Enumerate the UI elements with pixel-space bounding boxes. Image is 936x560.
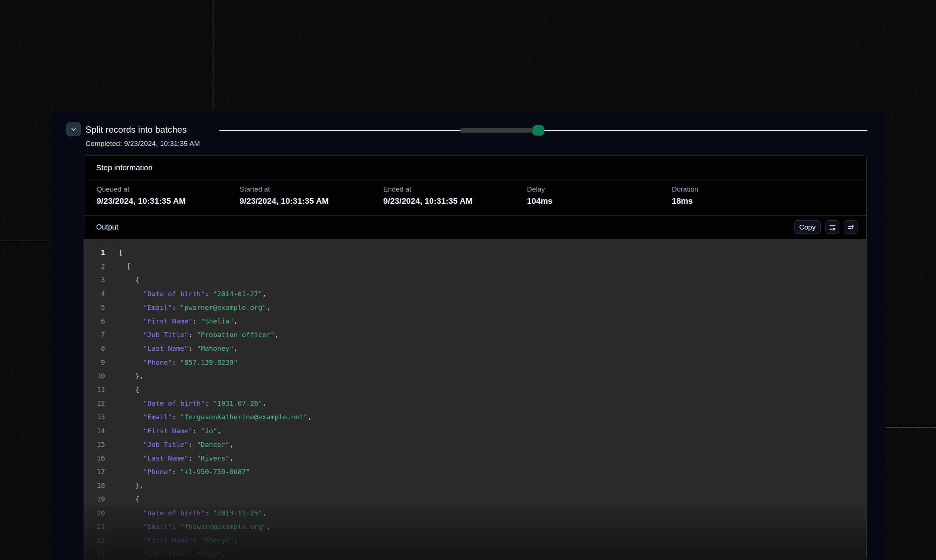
line-number: 23	[84, 550, 105, 558]
meta-field-label: Delay	[527, 185, 672, 194]
step-information-title: Step information	[96, 163, 152, 172]
line-number: 17	[84, 468, 105, 475]
code-text: {	[119, 495, 139, 503]
code-text: [	[119, 249, 123, 257]
line-number: 9	[84, 358, 105, 366]
wrap-text-button[interactable]	[825, 220, 839, 234]
code-rows: 1[2 [3 {4 "Date of birth": "2014-01-27",…	[84, 246, 866, 560]
code-line: 18 },	[84, 478, 866, 492]
meta-field-label: Queued at	[97, 185, 240, 194]
code-line: 14 "First Name": "Jo",	[84, 424, 866, 437]
code-text: "Email": "fergusonkatherine@example.net"…	[119, 413, 312, 421]
step-title: Split records into batches	[86, 125, 187, 135]
slider-handle[interactable]	[533, 125, 544, 135]
code-text: "Phone": "+1-950-759-8687"	[119, 468, 250, 475]
line-number: 20	[84, 509, 105, 517]
code-text: "First Name": "Jo",	[119, 427, 221, 435]
code-line: 11 {	[84, 383, 866, 397]
step-status-line: Completed: 9/23/2024, 10:31:35 AM	[86, 140, 200, 148]
code-line: 20 "Date of birth": "2013-11-25",	[84, 506, 866, 520]
code-line: 3 {	[84, 273, 866, 287]
line-number: 8	[84, 345, 105, 352]
code-text: [	[119, 262, 131, 270]
line-number: 3	[84, 276, 105, 284]
code-line: 5 "Email": "pwarner@example.org",	[84, 301, 866, 314]
line-number: 6	[84, 317, 105, 325]
code-line: 22 "First Name": "Sheryl",	[84, 534, 866, 547]
line-number: 5	[84, 303, 105, 311]
output-actions: Copy	[794, 220, 857, 234]
step-meta-row: Queued at9/23/2024, 10:31:35 AMStarted a…	[84, 179, 866, 215]
slider-progress-segment	[460, 128, 533, 132]
step-information-header: Step information	[84, 156, 866, 179]
code-text: "Date of birth": "2013-11-25",	[119, 509, 266, 517]
line-number: 10	[84, 372, 105, 380]
code-line: 12 "Date of birth": "1931-07-26",	[84, 397, 866, 410]
line-number: 13	[84, 413, 105, 421]
code-text: },	[119, 372, 143, 380]
code-line: 6 "First Name": "Shelia",	[84, 314, 866, 328]
code-text: "Last Name": "Rivers",	[119, 454, 234, 462]
code-text: "Job Title": "Dancer",	[119, 441, 234, 448]
code-line: 13 "Email": "fergusonkatherine@example.n…	[84, 410, 866, 424]
scroll-to-top-button[interactable]	[844, 220, 857, 234]
output-code-viewport[interactable]: 1[2 [3 {4 "Date of birth": "2014-01-27",…	[84, 239, 866, 560]
line-number: 21	[84, 523, 105, 531]
background-vertical-line	[212, 0, 213, 111]
meta-field-value: 104ms	[527, 196, 672, 206]
copy-button[interactable]: Copy	[794, 220, 821, 234]
background-horizontal-line-left	[0, 241, 52, 241]
code-text: "Date of birth": "1931-07-26",	[119, 399, 266, 407]
line-number: 18	[84, 482, 105, 489]
code-text: "Job Title": "Probation officer",	[119, 331, 279, 338]
line-number: 22	[84, 537, 105, 544]
code-text: {	[119, 276, 139, 284]
line-number: 15	[84, 441, 105, 448]
output-toolbar: Output Copy	[84, 215, 866, 239]
chevron-down-icon	[70, 126, 77, 133]
meta-field: Delay104ms	[527, 185, 672, 215]
output-title: Output	[96, 223, 118, 231]
code-line: 8 "Last Name": "Mahoney",	[84, 342, 866, 355]
code-text: },	[119, 482, 143, 489]
line-number: 11	[84, 386, 105, 394]
line-number: 2	[84, 262, 105, 270]
meta-field: Ended at9/23/2024, 10:31:35 AM	[383, 185, 527, 215]
code-text: "First Name": "Sheryl",	[119, 537, 238, 544]
meta-field-label: Duration	[672, 185, 866, 194]
meta-field-value: 9/23/2024, 10:31:35 AM	[97, 196, 240, 206]
code-text: "Phone": "857.139.8239"	[119, 358, 238, 366]
meta-field-label: Started at	[240, 185, 383, 194]
line-number: 19	[84, 495, 105, 503]
code-line: 23 "Job Title": "Copy",	[84, 547, 866, 560]
code-line: 7 "Job Title": "Probation officer",	[84, 328, 866, 342]
collapse-step-button[interactable]	[66, 122, 81, 136]
line-number: 14	[84, 427, 105, 435]
meta-field-value: 18ms	[672, 196, 866, 206]
meta-field-value: 9/23/2024, 10:31:35 AM	[383, 196, 527, 206]
code-text: "Last Name": "Mahoney",	[119, 345, 238, 352]
background-horizontal-line-right	[886, 427, 936, 428]
timeline-slider[interactable]	[219, 125, 867, 135]
line-number: 7	[84, 331, 105, 338]
code-line: 9 "Phone": "857.139.8239"	[84, 355, 866, 369]
line-number: 12	[84, 399, 105, 407]
code-line: 21 "Email": "fhoward@example.org",	[84, 520, 866, 534]
code-line: 2 [	[84, 259, 866, 273]
meta-field-value: 9/23/2024, 10:31:35 AM	[240, 196, 383, 206]
code-line: 10 },	[84, 369, 866, 383]
code-text: "Date of birth": "2014-01-27",	[119, 290, 266, 298]
meta-field: Started at9/23/2024, 10:31:35 AM	[240, 185, 383, 215]
code-text: "Job Title": "Copy",	[119, 550, 226, 558]
code-line: 15 "Job Title": "Dancer",	[84, 438, 866, 451]
line-number: 1	[84, 249, 105, 257]
meta-field: Queued at9/23/2024, 10:31:35 AM	[97, 185, 240, 215]
meta-field: Duration18ms	[672, 185, 866, 215]
meta-field-label: Ended at	[383, 185, 527, 194]
scroll-to-top-icon	[847, 223, 855, 231]
step-information-card: Step information Queued at9/23/2024, 10:…	[84, 155, 867, 560]
code-line: 17 "Phone": "+1-950-759-8687"	[84, 465, 866, 478]
code-text: "First Name": "Shelia",	[119, 317, 238, 325]
code-line: 1[	[84, 246, 866, 259]
code-line: 4 "Date of birth": "2014-01-27",	[84, 287, 866, 301]
